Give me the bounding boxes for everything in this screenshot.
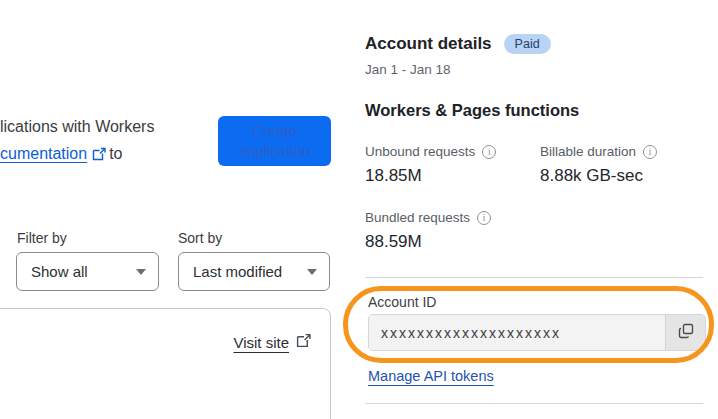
account-id-field-group	[368, 314, 706, 351]
visit-site-link[interactable]: Visit site	[233, 334, 289, 351]
account-id-label: Account ID	[368, 294, 436, 310]
stat-label: Billable duration	[540, 144, 636, 159]
paid-badge: Paid	[504, 34, 551, 54]
stat-value: 8.88k GB-sec	[540, 166, 657, 186]
filter-by-label: Filter by	[17, 230, 67, 246]
stat-value: 18.85M	[365, 166, 496, 186]
stat-label: Unbound requests	[365, 144, 475, 159]
sort-dropdown[interactable]: Last modified	[178, 252, 330, 291]
account-details-header: Account details Paid	[365, 34, 551, 54]
copy-account-id-button[interactable]	[665, 315, 705, 350]
external-link-icon	[92, 142, 106, 169]
project-card: Visit site	[0, 308, 331, 419]
sort-by-label: Sort by	[178, 230, 222, 246]
chevron-down-icon	[136, 269, 146, 275]
divider	[365, 403, 703, 404]
create-application-button[interactable]: Create application	[218, 116, 331, 166]
intro-line-2: cumentationto	[0, 140, 154, 169]
chevron-down-icon	[307, 269, 317, 275]
copy-icon	[678, 323, 694, 342]
workers-pages-dashboard: lications with Workers cumentationto Cre…	[0, 0, 718, 419]
stat-label: Bundled requests	[365, 210, 470, 225]
stat-billable-duration: Billable duration i 8.88k GB-sec	[540, 144, 657, 186]
info-icon[interactable]: i	[643, 145, 657, 159]
divider	[365, 277, 703, 278]
sort-dropdown-value: Last modified	[193, 263, 282, 280]
billing-date-range: Jan 1 - Jan 18	[365, 62, 451, 77]
functions-section-title: Workers & Pages functions	[365, 101, 579, 120]
external-link-icon	[296, 333, 311, 352]
filter-dropdown[interactable]: Show all	[16, 252, 159, 291]
intro-text: lications with Workers cumentationto	[0, 113, 154, 169]
account-id-input[interactable]	[369, 315, 665, 350]
intro-suffix: to	[109, 145, 122, 162]
account-details-title: Account details	[365, 34, 492, 54]
visit-site: Visit site	[233, 333, 311, 352]
stat-value: 88.59M	[365, 232, 491, 252]
documentation-link[interactable]: cumentation	[0, 145, 87, 162]
filter-dropdown-value: Show all	[31, 263, 88, 280]
stat-unbound-requests: Unbound requests i 18.85M	[365, 144, 496, 186]
info-icon[interactable]: i	[477, 211, 491, 225]
stat-bundled-requests: Bundled requests i 88.59M	[365, 210, 491, 252]
intro-line-1: lications with Workers	[0, 113, 154, 140]
info-icon[interactable]: i	[482, 145, 496, 159]
manage-api-tokens-link[interactable]: Manage API tokens	[368, 368, 494, 384]
